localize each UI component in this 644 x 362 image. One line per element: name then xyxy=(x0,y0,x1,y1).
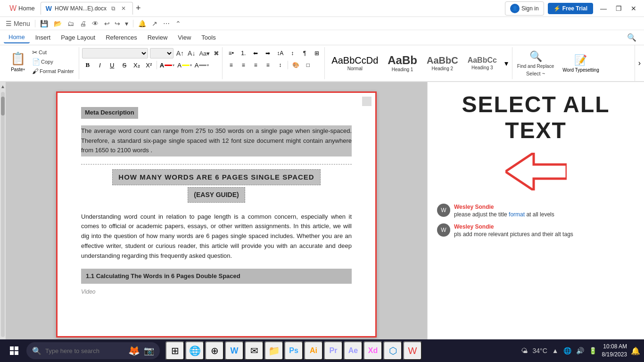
task-view-button[interactable]: ⊞ xyxy=(165,341,184,360)
outdent-button[interactable]: ⬅ xyxy=(250,48,261,58)
menu-page-layout[interactable]: Page Layout xyxy=(56,32,100,43)
file-explorer-button[interactable]: 📁 xyxy=(264,341,283,360)
subscript-button[interactable]: X₂ xyxy=(131,60,142,70)
bullet-list-button[interactable]: ≡• xyxy=(225,48,237,58)
strikethrough-button[interactable]: S xyxy=(119,60,130,70)
redo-button[interactable]: ↪ xyxy=(113,19,122,28)
start-button[interactable] xyxy=(4,340,25,361)
align-right-button[interactable]: ≡ xyxy=(250,60,261,70)
search-button[interactable]: 🔍 xyxy=(623,31,640,44)
network-icon[interactable]: 🌐 xyxy=(562,346,573,355)
more-options-button[interactable]: ⋯ xyxy=(161,19,172,28)
align-center-button[interactable]: ≡ xyxy=(238,60,249,70)
weather-icon[interactable]: 🌤 xyxy=(520,346,529,355)
word-typesetting-button[interactable]: 📝 Word Typesetting xyxy=(562,54,599,73)
save-button[interactable]: 💾 xyxy=(38,19,50,28)
sort-button[interactable]: ↕A xyxy=(274,48,286,58)
clock-display[interactable]: 10:08 AM 8/19/2023 xyxy=(602,343,627,359)
notification-button[interactable]: 🔔 xyxy=(136,19,148,28)
menu-view[interactable]: View xyxy=(173,32,196,43)
new-tab-button[interactable]: + xyxy=(133,3,144,13)
minimize-button[interactable]: — xyxy=(597,2,610,15)
align-justify-button[interactable]: ≡ xyxy=(262,60,273,70)
search-box[interactable]: 🔍 🦊 📷 xyxy=(26,342,160,359)
shading-fill-button[interactable]: 🎨 xyxy=(290,60,301,70)
font-color-dropdown[interactable]: ▾ xyxy=(173,63,174,67)
left-scrollbar[interactable]: ▲ ▼ xyxy=(0,82,6,347)
email-button[interactable]: ✉ xyxy=(245,341,264,360)
menu-references[interactable]: References xyxy=(101,32,141,43)
more-qa-button[interactable]: ▾ xyxy=(123,19,130,28)
tab-restore-btn[interactable]: ⧉ xyxy=(109,4,117,13)
tab-close-btn[interactable]: ✕ xyxy=(119,4,128,13)
print-button[interactable]: 🖨 xyxy=(78,19,88,28)
copy-button[interactable]: 📄 Copy xyxy=(30,58,76,66)
close-button[interactable]: ✕ xyxy=(627,2,640,15)
italic-button[interactable]: I xyxy=(94,60,106,70)
edge-button[interactable]: 🌐 xyxy=(185,341,204,360)
numbered-list-button[interactable]: 1. xyxy=(238,48,249,58)
photoshop-button[interactable]: Ps xyxy=(284,341,303,360)
sign-in-button[interactable]: 👤 Sign in xyxy=(505,1,544,16)
font-family-select[interactable] xyxy=(82,48,148,58)
shading-button[interactable]: A ▾ xyxy=(194,62,210,69)
maximize-button[interactable]: ❐ xyxy=(612,2,625,15)
xd-button[interactable]: Xd xyxy=(363,341,382,360)
scroll-up-button[interactable]: ▲ xyxy=(0,83,6,90)
format-painter-button[interactable]: 🖌 Format Painter xyxy=(30,67,76,75)
styles-more-button[interactable]: ▾ xyxy=(503,57,510,70)
style-h1[interactable]: AaBb Heading 1 xyxy=(384,53,421,74)
select-button[interactable]: Select ~ xyxy=(526,71,545,76)
menu-tools[interactable]: Tools xyxy=(197,32,220,43)
undo-button[interactable]: ↩ xyxy=(102,19,112,28)
menu-review[interactable]: Review xyxy=(143,32,173,43)
folder-button[interactable]: 🗂 xyxy=(66,19,76,28)
share-button[interactable]: ↗ xyxy=(150,19,159,28)
line-height-button[interactable]: ↕ xyxy=(274,60,286,70)
menu-button[interactable]: ☰ Menu xyxy=(4,19,32,28)
font-grow-button[interactable]: A↑ xyxy=(175,49,185,57)
collapse-ribbon-button[interactable]: ⌃ xyxy=(173,19,183,28)
cut-button[interactable]: ✂ Cut xyxy=(30,48,76,57)
after-effects-button[interactable]: Ae xyxy=(344,341,363,360)
indent-button[interactable]: ➡ xyxy=(262,48,273,58)
ribbon-expand-button[interactable]: › xyxy=(635,45,644,81)
bold-button[interactable]: B xyxy=(82,60,93,70)
change-case-button[interactable]: Aa▾ xyxy=(198,50,211,57)
font-color-button[interactable]: A ▾ xyxy=(159,62,175,69)
chrome-button[interactable]: ⊕ xyxy=(205,341,224,360)
shading-dropdown[interactable]: ▾ xyxy=(207,63,209,67)
style-h2[interactable]: AaBbC Heading 2 xyxy=(423,54,462,73)
preview-button[interactable]: 👁 xyxy=(90,19,100,28)
highlight-color-button[interactable]: A ▾ xyxy=(176,62,193,69)
font-size-select[interactable] xyxy=(150,48,173,58)
vscode-button[interactable]: ⬡ xyxy=(383,341,402,360)
open-button[interactable]: 📂 xyxy=(52,19,64,28)
align-left-button[interactable]: ≡ xyxy=(225,60,237,70)
clear-formatting-button[interactable]: ✖ xyxy=(213,49,220,57)
battery-icon[interactable]: 🔋 xyxy=(587,346,598,355)
word-taskbar-button[interactable]: W xyxy=(225,341,244,360)
table-grid-button[interactable]: ⊞ xyxy=(311,48,322,58)
search-input[interactable] xyxy=(45,347,124,354)
style-normal[interactable]: AaBbCcDd Normal xyxy=(328,54,382,73)
wps-taskbar-button[interactable]: W xyxy=(403,341,422,360)
find-replace-button[interactable]: 🔍 Find and Replace xyxy=(517,50,554,69)
show-formatting-button[interactable]: ¶ xyxy=(299,48,310,58)
volume-icon[interactable]: 🔊 xyxy=(575,346,586,355)
style-h3[interactable]: AaBbCc Heading 3 xyxy=(464,55,501,72)
comment-link-1[interactable]: format xyxy=(509,211,525,218)
illustrator-button[interactable]: Ai xyxy=(304,341,323,360)
tray-up-arrow[interactable]: ▲ xyxy=(551,346,560,355)
premiere-button[interactable]: Pr xyxy=(324,341,343,360)
notification-bell-icon[interactable]: 🔔 xyxy=(631,346,640,355)
font-shrink-button[interactable]: A↓ xyxy=(187,49,196,57)
menu-insert[interactable]: Insert xyxy=(31,32,56,43)
paste-button[interactable]: 📋 Paste ▾ xyxy=(7,48,29,75)
line-spacing-button[interactable]: ↕ xyxy=(287,48,298,58)
document-tab[interactable]: W HOW MAN...E).docx ⧉ ✕ xyxy=(41,2,133,15)
highlight-dropdown[interactable]: ▾ xyxy=(190,63,192,67)
border-button[interactable]: □ xyxy=(302,60,314,70)
menu-home[interactable]: Home xyxy=(4,32,30,43)
free-trial-button[interactable]: ⚡ Free Trial xyxy=(548,3,593,14)
